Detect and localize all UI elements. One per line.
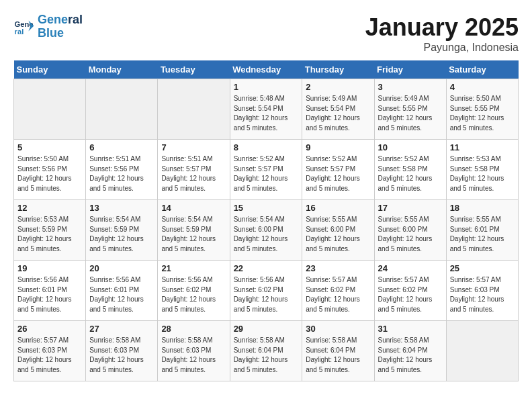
day-number: 29 bbox=[234, 324, 299, 334]
day-number: 20 bbox=[89, 263, 154, 273]
calendar-table: Sunday Monday Tuesday Wednesday Thursday… bbox=[13, 60, 519, 381]
calendar-week-row: 1Sunrise: 5:48 AMSunset: 5:54 PMDaylight… bbox=[14, 79, 519, 140]
day-info: Sunrise: 5:57 AMSunset: 6:03 PMDaylight:… bbox=[17, 336, 82, 375]
day-info: Sunrise: 5:56 AMSunset: 6:02 PMDaylight:… bbox=[161, 275, 226, 314]
day-number: 12 bbox=[17, 203, 82, 213]
table-row: 4Sunrise: 5:50 AMSunset: 5:55 PMDaylight… bbox=[446, 79, 518, 140]
table-row: 5Sunrise: 5:50 AMSunset: 5:56 PMDaylight… bbox=[14, 140, 86, 200]
day-number: 8 bbox=[234, 142, 299, 152]
table-row bbox=[14, 79, 86, 140]
logo-line2: Blue bbox=[38, 27, 83, 40]
day-number: 3 bbox=[378, 82, 443, 92]
day-number: 13 bbox=[89, 203, 154, 213]
day-info: Sunrise: 5:57 AMSunset: 6:03 PMDaylight:… bbox=[450, 275, 515, 314]
day-info: Sunrise: 5:58 AMSunset: 6:04 PMDaylight:… bbox=[234, 336, 299, 375]
table-row: 15Sunrise: 5:54 AMSunset: 6:00 PMDayligh… bbox=[230, 200, 302, 261]
table-row: 14Sunrise: 5:54 AMSunset: 5:59 PMDayligh… bbox=[158, 200, 230, 261]
day-info: Sunrise: 5:56 AMSunset: 6:02 PMDaylight:… bbox=[234, 275, 299, 314]
day-info: Sunrise: 5:48 AMSunset: 5:54 PMDaylight:… bbox=[234, 94, 299, 133]
table-row: 10Sunrise: 5:52 AMSunset: 5:58 PMDayligh… bbox=[374, 140, 446, 200]
day-number: 11 bbox=[450, 142, 515, 152]
table-row: 7Sunrise: 5:51 AMSunset: 5:57 PMDaylight… bbox=[158, 140, 230, 200]
table-row: 2Sunrise: 5:49 AMSunset: 5:54 PMDaylight… bbox=[302, 79, 374, 140]
calendar-week-row: 12Sunrise: 5:53 AMSunset: 5:59 PMDayligh… bbox=[14, 200, 519, 261]
day-info: Sunrise: 5:57 AMSunset: 6:02 PMDaylight:… bbox=[378, 275, 443, 314]
day-number: 7 bbox=[161, 142, 226, 152]
table-row: 6Sunrise: 5:51 AMSunset: 5:56 PMDaylight… bbox=[86, 140, 158, 200]
day-number: 1 bbox=[234, 82, 299, 92]
day-info: Sunrise: 5:58 AMSunset: 6:04 PMDaylight:… bbox=[306, 336, 370, 375]
day-info: Sunrise: 5:51 AMSunset: 5:57 PMDaylight:… bbox=[161, 154, 226, 193]
table-row: 20Sunrise: 5:56 AMSunset: 6:01 PMDayligh… bbox=[86, 261, 158, 321]
day-info: Sunrise: 5:55 AMSunset: 6:01 PMDaylight:… bbox=[450, 215, 515, 254]
table-row: 22Sunrise: 5:56 AMSunset: 6:02 PMDayligh… bbox=[230, 261, 302, 321]
day-info: Sunrise: 5:50 AMSunset: 5:56 PMDaylight:… bbox=[17, 154, 82, 193]
day-info: Sunrise: 5:54 AMSunset: 5:59 PMDaylight:… bbox=[89, 215, 154, 254]
table-row: 24Sunrise: 5:57 AMSunset: 6:02 PMDayligh… bbox=[374, 261, 446, 321]
day-number: 23 bbox=[306, 263, 370, 273]
day-info: Sunrise: 5:58 AMSunset: 6:04 PMDaylight:… bbox=[378, 336, 443, 375]
header-saturday: Saturday bbox=[446, 60, 518, 79]
table-row: 18Sunrise: 5:55 AMSunset: 6:01 PMDayligh… bbox=[446, 200, 518, 261]
day-number: 9 bbox=[306, 142, 370, 152]
table-row: 25Sunrise: 5:57 AMSunset: 6:03 PMDayligh… bbox=[446, 261, 518, 321]
table-row: 21Sunrise: 5:56 AMSunset: 6:02 PMDayligh… bbox=[158, 261, 230, 321]
header-wednesday: Wednesday bbox=[230, 60, 302, 79]
day-info: Sunrise: 5:49 AMSunset: 5:54 PMDaylight:… bbox=[306, 94, 370, 133]
day-number: 28 bbox=[161, 324, 226, 334]
page-header: Gene ral General Blue January 2025 Payun… bbox=[13, 13, 519, 54]
header-monday: Monday bbox=[86, 60, 158, 79]
day-info: Sunrise: 5:53 AMSunset: 5:59 PMDaylight:… bbox=[17, 215, 82, 254]
header-friday: Friday bbox=[374, 60, 446, 79]
calendar-week-row: 19Sunrise: 5:56 AMSunset: 6:01 PMDayligh… bbox=[14, 261, 519, 321]
day-number: 22 bbox=[234, 263, 299, 273]
day-info: Sunrise: 5:54 AMSunset: 5:59 PMDaylight:… bbox=[161, 215, 226, 254]
table-row: 31Sunrise: 5:58 AMSunset: 6:04 PMDayligh… bbox=[374, 321, 446, 381]
table-row: 19Sunrise: 5:56 AMSunset: 6:01 PMDayligh… bbox=[14, 261, 86, 321]
day-number: 26 bbox=[17, 324, 82, 334]
logo-line1: General bbox=[38, 13, 83, 27]
day-info: Sunrise: 5:52 AMSunset: 5:57 PMDaylight:… bbox=[306, 154, 370, 193]
table-row: 17Sunrise: 5:55 AMSunset: 6:00 PMDayligh… bbox=[374, 200, 446, 261]
table-row: 13Sunrise: 5:54 AMSunset: 5:59 PMDayligh… bbox=[86, 200, 158, 261]
svg-text:ral: ral bbox=[15, 28, 24, 36]
day-number: 5 bbox=[17, 142, 82, 152]
table-row: 9Sunrise: 5:52 AMSunset: 5:57 PMDaylight… bbox=[302, 140, 374, 200]
day-number: 14 bbox=[161, 203, 226, 213]
day-info: Sunrise: 5:52 AMSunset: 5:57 PMDaylight:… bbox=[234, 154, 299, 193]
table-row: 16Sunrise: 5:55 AMSunset: 6:00 PMDayligh… bbox=[302, 200, 374, 261]
table-row: 23Sunrise: 5:57 AMSunset: 6:02 PMDayligh… bbox=[302, 261, 374, 321]
day-number: 15 bbox=[234, 203, 299, 213]
day-info: Sunrise: 5:57 AMSunset: 6:02 PMDaylight:… bbox=[306, 275, 370, 314]
header-tuesday: Tuesday bbox=[158, 60, 230, 79]
day-info: Sunrise: 5:49 AMSunset: 5:55 PMDaylight:… bbox=[378, 94, 443, 133]
day-info: Sunrise: 5:55 AMSunset: 6:00 PMDaylight:… bbox=[378, 215, 443, 254]
day-info: Sunrise: 5:58 AMSunset: 6:03 PMDaylight:… bbox=[89, 336, 154, 375]
table-row: 1Sunrise: 5:48 AMSunset: 5:54 PMDaylight… bbox=[230, 79, 302, 140]
day-number: 17 bbox=[378, 203, 443, 213]
day-number: 30 bbox=[306, 324, 370, 334]
table-row: 30Sunrise: 5:58 AMSunset: 6:04 PMDayligh… bbox=[302, 321, 374, 381]
day-info: Sunrise: 5:50 AMSunset: 5:55 PMDaylight:… bbox=[450, 94, 515, 133]
calendar-week-row: 26Sunrise: 5:57 AMSunset: 6:03 PMDayligh… bbox=[14, 321, 519, 381]
logo: Gene ral General Blue bbox=[13, 13, 83, 40]
day-info: Sunrise: 5:52 AMSunset: 5:58 PMDaylight:… bbox=[378, 154, 443, 193]
day-info: Sunrise: 5:56 AMSunset: 6:01 PMDaylight:… bbox=[89, 275, 154, 314]
table-row: 26Sunrise: 5:57 AMSunset: 6:03 PMDayligh… bbox=[14, 321, 86, 381]
calendar-subtitle: Payunga, Indonesia bbox=[365, 42, 519, 54]
header-sunday: Sunday bbox=[14, 60, 86, 79]
day-info: Sunrise: 5:55 AMSunset: 6:00 PMDaylight:… bbox=[306, 215, 370, 254]
table-row: 11Sunrise: 5:53 AMSunset: 5:58 PMDayligh… bbox=[446, 140, 518, 200]
day-info: Sunrise: 5:56 AMSunset: 6:01 PMDaylight:… bbox=[17, 275, 82, 314]
day-number: 24 bbox=[378, 263, 443, 273]
day-number: 19 bbox=[17, 263, 82, 273]
day-number: 31 bbox=[378, 324, 443, 334]
day-number: 16 bbox=[306, 203, 370, 213]
day-number: 25 bbox=[450, 263, 515, 273]
table-row bbox=[86, 79, 158, 140]
day-number: 21 bbox=[161, 263, 226, 273]
table-row bbox=[158, 79, 230, 140]
day-info: Sunrise: 5:53 AMSunset: 5:58 PMDaylight:… bbox=[450, 154, 515, 193]
calendar-title: January 2025 bbox=[365, 13, 519, 42]
title-block: January 2025 Payunga, Indonesia bbox=[365, 13, 519, 54]
